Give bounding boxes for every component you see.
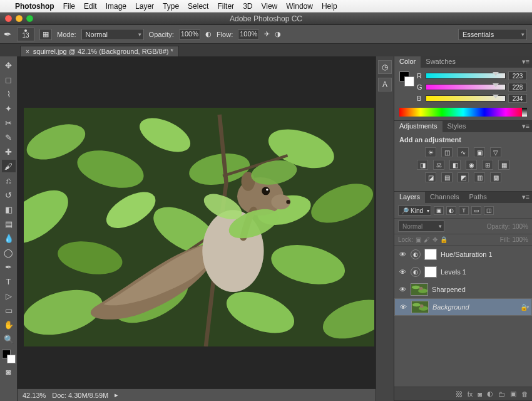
shape-tool[interactable]: ▭ [2, 304, 16, 316]
blur-tool[interactable]: 💧 [2, 232, 16, 244]
path-select-tool[interactable]: ▷ [2, 289, 16, 302]
menu-view[interactable]: View [261, 2, 277, 11]
add-mask-icon[interactable]: ◙ [478, 390, 482, 398]
hue-sat-icon[interactable]: ◨ [417, 160, 428, 170]
filter-smart-icon[interactable]: ◫ [484, 206, 494, 215]
gradient-map-icon[interactable]: ▥ [474, 172, 485, 182]
r-slider[interactable] [426, 73, 506, 79]
history-brush-tool[interactable]: ↺ [2, 189, 16, 201]
tool-indicator-icon[interactable]: ✒ [4, 29, 12, 40]
type-tool[interactable]: T [2, 275, 16, 288]
posterize-icon[interactable]: ▤ [441, 172, 453, 182]
hand-tool[interactable]: ✋ [2, 318, 16, 331]
brush-panel-toggle[interactable]: ▦ [39, 29, 52, 40]
tab-channels[interactable]: Channels [425, 192, 464, 203]
layer-mask-thumb[interactable] [424, 249, 437, 260]
close-tab-icon[interactable]: × [26, 48, 29, 55]
dodge-tool[interactable]: ◯ [2, 246, 16, 259]
levels-icon[interactable]: ◫ [441, 147, 453, 157]
menu-help[interactable]: Help [322, 2, 337, 11]
threshold-icon[interactable]: ◩ [458, 172, 469, 182]
quickmask-toggle[interactable]: ◙ [2, 365, 16, 378]
visibility-toggle-icon[interactable]: 👁 [398, 268, 407, 276]
healing-brush-tool[interactable]: ✚ [2, 145, 16, 158]
color-swatch-pair[interactable] [399, 71, 414, 86]
visibility-toggle-icon[interactable]: 👁 [399, 303, 407, 311]
menu-window[interactable]: Window [286, 2, 313, 11]
zoom-tool[interactable]: 🔍 [2, 333, 16, 345]
layer-row[interactable]: 👁◐ Levels 1 [394, 263, 532, 281]
adjustments-panel-menu-icon[interactable]: ▾≡ [519, 121, 532, 132]
brush-tool[interactable]: 🖌 [2, 160, 16, 172]
character-panel-icon[interactable]: A [378, 78, 392, 91]
fill-value[interactable]: 100% [512, 236, 528, 243]
move-tool[interactable]: ✥ [2, 59, 16, 71]
menu-select[interactable]: Select [188, 2, 208, 11]
photo-filter-icon[interactable]: ◉ [466, 160, 477, 170]
opacity-field[interactable]: 100% [179, 29, 200, 39]
tab-layers[interactable]: Layers [394, 192, 425, 203]
filter-adjustment-icon[interactable]: ◐ [446, 206, 456, 215]
lock-pixels-icon[interactable]: 🖌 [424, 236, 430, 243]
channel-mixer-icon[interactable]: ⊞ [482, 160, 493, 170]
lock-transparent-icon[interactable]: ▣ [416, 236, 421, 243]
eraser-tool[interactable]: ◧ [2, 203, 16, 216]
quick-select-tool[interactable]: ✦ [2, 102, 16, 115]
tab-color[interactable]: Color [394, 56, 421, 68]
layer-thumb[interactable] [411, 301, 429, 313]
clone-stamp-tool[interactable]: ⎌ [2, 174, 16, 187]
layer-thumb[interactable] [411, 283, 428, 296]
visibility-toggle-icon[interactable]: 👁 [398, 251, 407, 258]
layer-filter-kind[interactable]: 🔎Kind [398, 206, 431, 216]
link-layers-icon[interactable]: ⛓ [456, 390, 463, 398]
status-arrow-icon[interactable]: ▸ [115, 391, 118, 399]
doc-info[interactable]: Doc: 4.30M/8.59M [52, 392, 108, 399]
background-color[interactable] [7, 355, 16, 363]
layer-blend-select[interactable]: Normal [398, 221, 444, 232]
b-value[interactable]: 234 [508, 94, 527, 103]
delete-layer-icon[interactable]: 🗑 [521, 390, 528, 398]
menu-3d[interactable]: 3D [243, 2, 252, 11]
g-value[interactable]: 228 [508, 83, 527, 91]
color-balance-icon[interactable]: ⚖ [433, 160, 444, 170]
new-layer-icon[interactable]: ▣ [510, 390, 516, 398]
menu-type[interactable]: Type [163, 2, 179, 11]
vibrance-icon[interactable]: ▽ [490, 147, 501, 157]
tab-swatches[interactable]: Swatches [421, 56, 461, 68]
filter-type-icon[interactable]: T [459, 206, 469, 215]
app-menu[interactable]: Photoshop [15, 2, 54, 11]
new-adjustment-icon[interactable]: ◐ [487, 390, 493, 398]
zoom-readout[interactable]: 42.13% [23, 392, 46, 399]
layer-fx-icon[interactable]: fx [468, 390, 473, 398]
workspace-switcher[interactable]: Essentials [458, 29, 527, 40]
brush-preset-picker[interactable]: 13 [17, 28, 34, 41]
crop-tool[interactable]: ✂ [2, 117, 16, 129]
g-slider[interactable] [426, 84, 506, 90]
gradient-tool[interactable]: ▤ [2, 217, 16, 230]
filter-pixel-icon[interactable]: ▣ [434, 206, 444, 215]
lock-position-icon[interactable]: ✥ [432, 236, 437, 243]
r-value[interactable]: 223 [508, 71, 527, 80]
layer-row[interactable]: 👁 Background🔒 [394, 298, 532, 316]
menu-file[interactable]: File [63, 2, 75, 11]
layer-opacity-value[interactable]: 100% [512, 223, 528, 230]
filter-shape-icon[interactable]: ▭ [471, 206, 481, 215]
new-group-icon[interactable]: 🗀 [498, 390, 505, 398]
curves-icon[interactable]: ∿ [458, 147, 469, 157]
layer-row[interactable]: 👁◐ Hue/Saturation 1 [394, 246, 532, 263]
blend-mode-select[interactable]: Normal [81, 29, 144, 40]
tab-styles[interactable]: Styles [442, 121, 471, 132]
layer-row[interactable]: 👁 Sharpened [394, 281, 532, 298]
opacity-pressure-icon[interactable]: ◐ [205, 30, 212, 38]
color-panel-menu-icon[interactable]: ▾≡ [519, 56, 532, 68]
visibility-toggle-icon[interactable]: 👁 [398, 286, 407, 293]
selective-color-icon[interactable]: ▩ [490, 172, 501, 182]
flow-field[interactable]: 100% [238, 29, 259, 39]
b-slider[interactable] [426, 95, 506, 102]
layers-panel-menu-icon[interactable]: ▾≡ [519, 192, 532, 203]
bw-icon[interactable]: ◧ [449, 160, 461, 170]
foreground-background-swatch[interactable] [2, 350, 16, 363]
color-lookup-icon[interactable]: ▦ [498, 160, 509, 170]
marquee-tool[interactable]: ◻ [2, 73, 16, 86]
menu-filter[interactable]: Filter [217, 2, 234, 11]
